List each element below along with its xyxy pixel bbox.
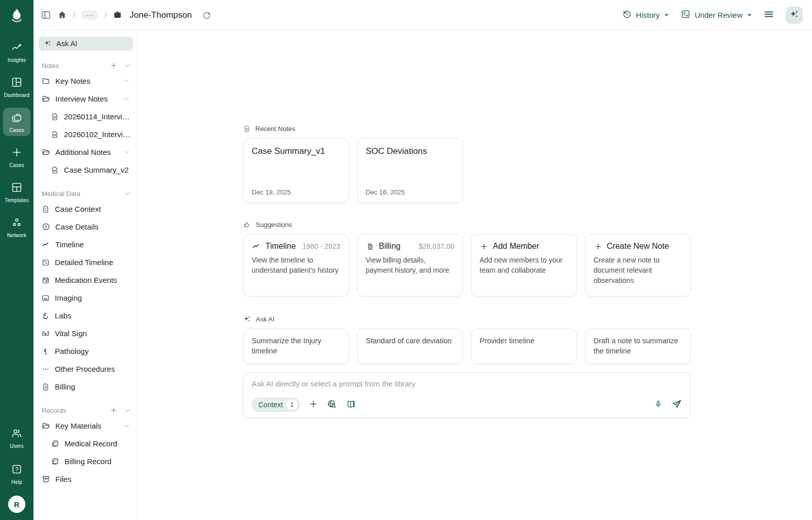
thumbs-up-icon bbox=[243, 220, 251, 229]
rail-item-insights[interactable]: Insights bbox=[3, 38, 30, 66]
suggestion-card-create-note[interactable]: Create New Note Create a new note to doc… bbox=[585, 234, 691, 297]
insights-icon bbox=[11, 41, 23, 55]
svg-text:$: $ bbox=[369, 245, 371, 249]
rail-item-users[interactable]: Users bbox=[3, 424, 30, 452]
sidebar-file-case-summary-v2[interactable]: Case Summary_v2 bbox=[39, 161, 133, 179]
chevron-down-icon[interactable] bbox=[124, 407, 131, 414]
sidebar-item-key-materials[interactable]: Key Materials bbox=[39, 417, 133, 435]
sidebar-item-key-notes[interactable]: Key Notes bbox=[39, 72, 133, 90]
notes-header-label: Notes bbox=[42, 62, 59, 70]
rail-item-dashboard[interactable]: Dashboard bbox=[3, 73, 30, 101]
sidebar-file-interview-2[interactable]: 20260102_Interview... bbox=[39, 125, 133, 143]
ask-ai-panel-button[interactable] bbox=[786, 7, 803, 24]
sidebar-item-billing[interactable]: $ Billing bbox=[39, 378, 133, 396]
suggestion-meta: 1980 - 2023 bbox=[302, 242, 341, 250]
sidebar-item-other-procedures[interactable]: Other Procedures bbox=[39, 360, 133, 378]
add-context-button[interactable] bbox=[309, 399, 318, 410]
breadcrumb-ellipsis[interactable]: ··· bbox=[81, 10, 98, 20]
folder-open-icon bbox=[42, 148, 50, 156]
sidebar-item-label: Additional Notes bbox=[55, 148, 111, 156]
sidebar-item-imaging[interactable]: Imaging bbox=[39, 289, 133, 307]
folder-icon bbox=[42, 77, 50, 85]
rail-bottom: Users ? Help R bbox=[3, 424, 30, 513]
context-label: Context bbox=[258, 401, 283, 409]
suggestions-label: Suggestions bbox=[256, 221, 292, 229]
sidebar-item-labs[interactable]: Labs bbox=[39, 307, 133, 324]
ask-ai-header: Ask AI bbox=[243, 315, 691, 323]
help-icon: ? bbox=[11, 463, 23, 477]
rail-item-templates[interactable]: Templates bbox=[3, 178, 30, 206]
refresh-icon[interactable] bbox=[202, 11, 211, 20]
sidebar-item-files[interactable]: Files bbox=[39, 470, 133, 488]
suggestion-card-timeline[interactable]: Timeline 1980 - 2023 View the timeline t… bbox=[243, 234, 349, 297]
globe-search-icon bbox=[327, 399, 337, 411]
prompt-library-button[interactable] bbox=[346, 399, 356, 411]
rail-item-network[interactable]: Network bbox=[3, 213, 30, 241]
menu-button[interactable] bbox=[763, 9, 774, 21]
chevron-down-icon[interactable] bbox=[123, 422, 130, 429]
rail-item-add-case[interactable]: Cases bbox=[3, 143, 30, 171]
sidebar-item-additional-notes[interactable]: Additional Notes bbox=[39, 143, 133, 161]
sidebar-item-pathology[interactable]: Pathology bbox=[39, 342, 133, 360]
add-record-icon[interactable] bbox=[110, 406, 118, 414]
sidebar-file-billing-record[interactable]: Billing Record bbox=[39, 452, 133, 470]
add-note-icon[interactable] bbox=[110, 61, 118, 70]
sidebar-file-interview-1[interactable]: 20260114_Interview... bbox=[39, 108, 133, 125]
context-chip[interactable]: Context 1 bbox=[252, 398, 300, 412]
prompt-card-injury-timeline[interactable]: Summarize the Injury timeline bbox=[243, 329, 349, 364]
chevron-down-icon[interactable] bbox=[123, 149, 130, 155]
rail-item-label: Users bbox=[10, 443, 23, 449]
chevron-up-icon[interactable] bbox=[123, 78, 130, 84]
rail-item-cases[interactable]: Cases bbox=[3, 108, 30, 136]
doc-c-icon: C bbox=[42, 205, 50, 213]
plus-icon bbox=[480, 242, 488, 251]
chevron-down-icon[interactable] bbox=[123, 95, 130, 102]
note-card-soc-deviations[interactable]: SOC Deviations Dec 16, 2025 bbox=[357, 138, 463, 203]
app-window: Insights Dashboard Cases Cases Templates… bbox=[0, 0, 812, 520]
suggestion-card-add-member[interactable]: Add Member Add new members to your team … bbox=[471, 234, 577, 297]
web-search-button[interactable] bbox=[327, 399, 337, 411]
chevron-down-icon[interactable] bbox=[124, 190, 131, 197]
history-button[interactable]: History bbox=[622, 9, 669, 21]
sparkles-icon bbox=[44, 39, 52, 49]
topbar-actions: History Under Review bbox=[622, 7, 803, 24]
topbar: / ··· / Jone-Thompson History bbox=[33, 0, 812, 30]
user-avatar[interactable]: R bbox=[8, 496, 25, 513]
archive-box-icon bbox=[42, 475, 50, 483]
prompt-card-soc-deviation[interactable]: Standard of care deviation bbox=[357, 329, 463, 364]
voice-input-button[interactable] bbox=[654, 400, 663, 410]
right-column: / ··· / Jone-Thompson History bbox=[33, 0, 812, 520]
case-name[interactable]: Jone-Thompson bbox=[129, 10, 192, 20]
rail-item-help[interactable]: ? Help bbox=[3, 460, 30, 488]
send-plane-icon bbox=[671, 399, 682, 411]
app-logo[interactable] bbox=[7, 6, 27, 26]
send-button[interactable] bbox=[671, 399, 682, 411]
sidebar-file-medical-record[interactable]: Medical Record bbox=[39, 435, 133, 452]
home-icon[interactable] bbox=[57, 10, 67, 20]
note-title: SOC Deviations bbox=[366, 146, 455, 156]
sidebar-item-vital-sign[interactable]: Vital Sign bbox=[39, 324, 133, 342]
composer-toolbar: Context 1 bbox=[252, 398, 682, 412]
ask-ai-input[interactable] bbox=[252, 379, 682, 388]
sidebar-item-detailed-timeline[interactable]: Detailed Timeline bbox=[39, 253, 133, 271]
chevron-down-icon[interactable] bbox=[124, 62, 131, 69]
sidebar-ask-ai-button[interactable]: Ask AI bbox=[39, 37, 133, 51]
note-card-case-summary-v1[interactable]: Case Summary_v1 Dec 18, 2025 bbox=[243, 138, 349, 203]
drop-logo-icon bbox=[9, 7, 25, 25]
prompt-card-draft-note[interactable]: Draft a note to summarize the timeline bbox=[585, 329, 691, 364]
prompt-text: Draft a note to summarize the timeline bbox=[594, 337, 679, 355]
sidebar-item-label: Key Materials bbox=[55, 421, 101, 430]
panel-toggle-icon[interactable] bbox=[41, 10, 51, 20]
prompt-card-provider-timeline[interactable]: Provider timeline bbox=[471, 329, 577, 364]
sidebar-item-case-details[interactable]: Case Details bbox=[39, 218, 133, 236]
status-button[interactable]: Under Review bbox=[681, 9, 752, 21]
sidebar-item-case-context[interactable]: C Case Context bbox=[39, 200, 133, 218]
case-sidebar: Ask AI Notes Key Notes In bbox=[33, 30, 138, 520]
composer-right-actions bbox=[654, 399, 682, 411]
sidebar-item-medication-events[interactable]: Medication Events bbox=[39, 271, 133, 289]
ellipsis-dots-icon bbox=[42, 365, 50, 373]
file-label: 20260102_Interview... bbox=[64, 130, 133, 139]
suggestion-card-billing[interactable]: $ Billing $28,037.00 View billing detail… bbox=[357, 234, 463, 297]
sidebar-item-interview-notes[interactable]: Interview Notes bbox=[39, 90, 133, 108]
sidebar-item-timeline[interactable]: Timeline bbox=[39, 236, 133, 253]
